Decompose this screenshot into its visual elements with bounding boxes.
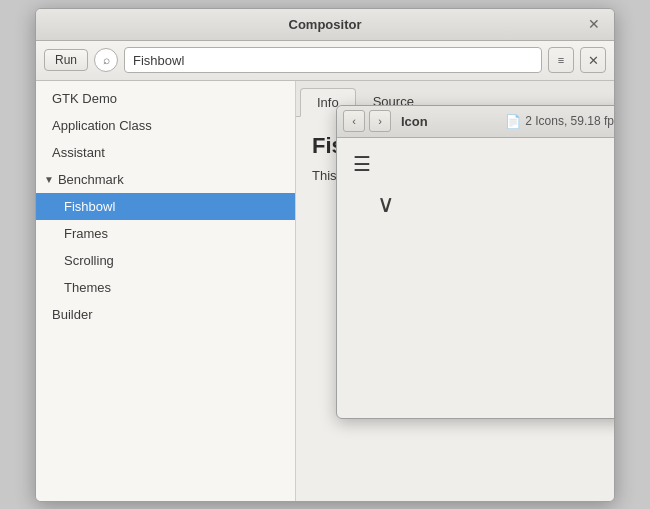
sidebar-item-application-class[interactable]: Application Class [36, 112, 295, 139]
sub-window-fps: 2 Icons, 59.18 fps [525, 114, 615, 128]
file-icon: 📄 [505, 113, 521, 129]
search-button[interactable]: ⌕ [94, 48, 118, 72]
sidebar-item-gtk-demo[interactable]: GTK Demo [36, 85, 295, 112]
sidebar-item-benchmark[interactable]: ▼ Benchmark [36, 166, 295, 193]
toolbar-close-icon: ✕ [588, 53, 599, 68]
toolbar: Run ⌕ Fishbowl ≡ ✕ [36, 41, 614, 81]
window-close-button[interactable]: ✕ [584, 15, 604, 33]
main-window: Compositor ✕ Run ⌕ Fishbowl ≡ ✕ GTK Demo… [35, 8, 615, 502]
run-button[interactable]: Run [44, 49, 88, 71]
sidebar-item-fishbowl[interactable]: Fishbowl [36, 193, 295, 220]
titlebar: Compositor ✕ [36, 9, 614, 41]
sidebar-item-builder[interactable]: Builder [36, 301, 295, 328]
sidebar: GTK Demo Application Class Assistant ▼ B… [36, 81, 296, 501]
sub-window: ‹ › Icon 📄 2 Icons, 59.18 fps ✕ ☰ ∨ [336, 105, 615, 419]
content-area: GTK Demo Application Class Assistant ▼ B… [36, 81, 614, 501]
menu-icon: ≡ [558, 54, 564, 66]
toolbar-close-button[interactable]: ✕ [580, 47, 606, 73]
sub-window-toolbar: ‹ › Icon 📄 2 Icons, 59.18 fps ✕ [337, 106, 615, 138]
main-panel: Info Source ▶ Fis This fishbowl web neat… [296, 81, 614, 501]
sidebar-item-assistant[interactable]: Assistant [36, 139, 295, 166]
chevron-down-icon: ∨ [377, 190, 395, 218]
list-icon: ☰ [353, 154, 371, 174]
sub-window-info: 📄 2 Icons, 59.18 fps [505, 113, 615, 129]
location-bar[interactable]: Fishbowl [124, 47, 542, 73]
search-icon: ⌕ [103, 53, 110, 67]
sub-window-title: Icon [395, 114, 501, 129]
sidebar-item-frames[interactable]: Frames [36, 220, 295, 247]
nav-prev-icon: ‹ [352, 115, 356, 127]
nav-next-button[interactable]: › [369, 110, 391, 132]
window-title: Compositor [289, 17, 362, 32]
sidebar-item-scrolling[interactable]: Scrolling [36, 247, 295, 274]
location-text: Fishbowl [133, 53, 184, 68]
nav-prev-button[interactable]: ‹ [343, 110, 365, 132]
collapse-arrow-icon: ▼ [44, 174, 54, 185]
menu-button[interactable]: ≡ [548, 47, 574, 73]
sub-window-content: ☰ ∨ [337, 138, 615, 418]
sidebar-item-themes[interactable]: Themes [36, 274, 295, 301]
nav-next-icon: › [378, 115, 382, 127]
